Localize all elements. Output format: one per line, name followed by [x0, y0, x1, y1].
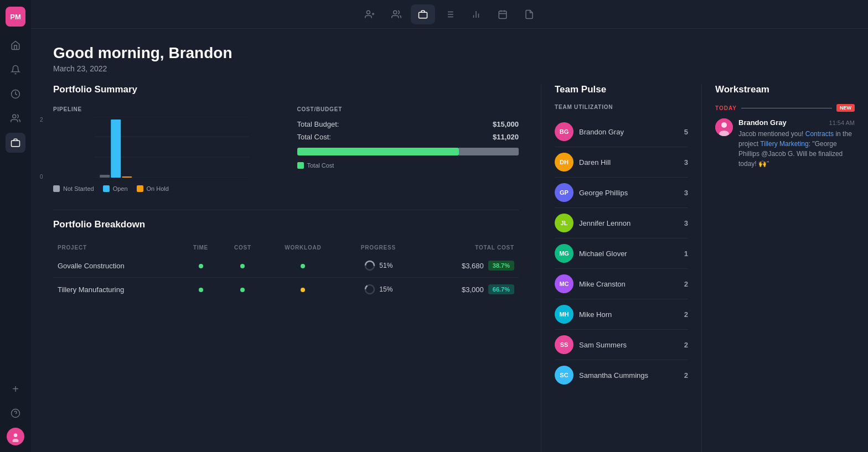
col-project: PROJECT	[53, 241, 180, 254]
nav-list[interactable]	[437, 4, 462, 24]
nav-document[interactable]	[517, 4, 541, 24]
member-count-7: 2	[684, 341, 688, 349]
cost-legend-dot	[297, 162, 304, 169]
member-avatar-1: DH	[555, 153, 574, 172]
legend-open: Open	[103, 185, 128, 192]
member-name-8: Samantha Cummings	[579, 371, 679, 380]
today-row: TODAY NEW	[715, 104, 855, 112]
nav-briefcase[interactable]	[411, 4, 435, 24]
svg-point-1	[13, 115, 16, 118]
total-cost-legend-label: Total Cost	[307, 162, 334, 169]
team-members-list: BG Brandon Gray 5 DH Daren Hill 3 GP Geo…	[555, 117, 688, 390]
team-util-label: TEAM UTILIZATION	[555, 104, 688, 110]
svg-rect-30	[100, 175, 110, 178]
tillery-link[interactable]: Tillery Marketing	[760, 140, 809, 148]
budget-bar-remaining	[459, 148, 519, 155]
team-pulse-panel: Team Pulse TEAM UTILIZATION BG Brandon G…	[541, 84, 702, 452]
member-count-4: 1	[684, 250, 688, 258]
member-name-1: Daren Hill	[579, 158, 679, 167]
member-count-5: 2	[684, 280, 688, 288]
member-count-0: 5	[684, 128, 688, 136]
nav-person-add[interactable]	[358, 4, 382, 24]
message-text-0: Jacob mentioned you! Contracts in the pr…	[738, 129, 855, 169]
breakdown-table: PROJECT TIME COST WORKLOAD PROGRESS TOTA…	[53, 241, 519, 301]
main-columns: Portfolio Summary PIPELINE 2 0	[31, 84, 868, 452]
budget-bar	[297, 148, 519, 155]
team-member-row: SS Sam Summers 2	[555, 330, 688, 360]
team-member-row: SC Samantha Cummings 2	[555, 360, 688, 390]
team-member-row: GP George Phillips 3	[555, 178, 688, 208]
not-started-label: Not Started	[63, 185, 94, 192]
svg-point-11	[394, 11, 397, 14]
member-name-3: Jennifer Lennon	[579, 219, 679, 227]
member-name-0: Brandon Gray	[579, 128, 679, 136]
svg-rect-31	[111, 120, 121, 178]
nav-team[interactable]	[384, 4, 409, 24]
team-member-row: JL Jennifer Lennon 3	[555, 208, 688, 238]
portfolio-breakdown-section: Portfolio Breakdown PROJECT TIME COST WO…	[53, 219, 519, 301]
member-count-6: 2	[684, 310, 688, 319]
cost-dot-0	[221, 254, 265, 278]
member-count-3: 3	[684, 219, 688, 227]
today-label: TODAY	[715, 105, 737, 111]
user-avatar[interactable]	[7, 428, 24, 445]
progress-cell-0: 51%	[342, 254, 415, 278]
member-name-2: George Phillips	[579, 189, 679, 197]
svg-rect-2	[12, 141, 20, 147]
member-avatar-0: BG	[555, 122, 574, 141]
svg-rect-32	[122, 176, 132, 178]
pipeline-chart: PIPELINE 2 0	[53, 106, 275, 192]
message-time-0: 11:54 AM	[829, 120, 855, 126]
member-avatar-5: MC	[555, 274, 574, 293]
sidebar-add-button[interactable]: +	[6, 379, 25, 399]
nav-calendar[interactable]	[490, 4, 515, 24]
total-cost-cell-1: $3,000 66.7%	[415, 278, 519, 302]
message-card: Brandon Gray 11:54 AM Jacob mentioned yo…	[715, 118, 855, 169]
time-dot-1	[180, 278, 221, 302]
workstream-header: Workstream	[715, 84, 855, 95]
message-name-0: Brandon Gray	[738, 118, 787, 127]
total-budget-label: Total Budget:	[297, 120, 339, 128]
new-badge: NEW	[836, 104, 855, 112]
total-cost-cell-0: $3,680 38.7%	[415, 254, 519, 278]
sidebar-item-people[interactable]	[6, 108, 25, 128]
left-panel: Portfolio Summary PIPELINE 2 0	[31, 84, 541, 452]
legend-not-started: Not Started	[53, 185, 94, 192]
workload-dot-1	[265, 278, 342, 302]
portfolio-summary-title: Portfolio Summary	[53, 84, 519, 95]
total-cost-row: Total Cost: $11,020	[297, 133, 519, 141]
today-section: TODAY NEW Brandon Gray 11:54 AM Jacob me…	[715, 104, 855, 169]
total-cost-label: Total Cost:	[297, 133, 331, 141]
sidebar-item-clock[interactable]	[6, 84, 25, 104]
sidebar-item-work[interactable]	[6, 133, 25, 153]
member-avatar-4: MG	[555, 244, 574, 263]
sidebar-help-button[interactable]	[6, 403, 25, 423]
member-count-1: 3	[684, 158, 688, 167]
total-budget-row: Total Budget: $15,000	[297, 120, 519, 128]
page-header: Good morning, Brandon March 23, 2022	[31, 29, 868, 84]
svg-point-6	[14, 433, 18, 437]
member-name-5: Mike Cranston	[579, 280, 679, 288]
workstream-title: Workstream	[715, 84, 855, 95]
team-pulse-header: Team Pulse	[555, 84, 688, 95]
member-avatar-3: JL	[555, 214, 574, 232]
nav-chart[interactable]	[464, 4, 488, 24]
team-member-row: BG Brandon Gray 5	[555, 117, 688, 147]
pipeline-label: PIPELINE	[53, 106, 275, 112]
section-divider	[53, 210, 519, 210]
sidebar-item-home[interactable]	[6, 35, 25, 55]
member-avatar-6: MH	[555, 305, 574, 324]
total-cost-value: $11,020	[493, 133, 519, 141]
col-cost: COST	[221, 241, 265, 254]
total-budget-value: $15,000	[493, 120, 519, 128]
app-logo[interactable]: PM	[6, 7, 25, 27]
not-started-dot	[53, 185, 60, 192]
cost-legend: Total Cost	[297, 162, 519, 169]
contracts-link[interactable]: Contracts	[805, 130, 834, 138]
sidebar-item-alerts[interactable]	[6, 60, 25, 80]
progress-circle-0	[364, 259, 376, 272]
col-time: TIME	[180, 241, 221, 254]
pipeline-cost-section: PIPELINE 2 0	[53, 106, 519, 192]
open-label: Open	[113, 185, 128, 192]
portfolio-summary-section: Portfolio Summary PIPELINE 2 0	[53, 84, 519, 192]
